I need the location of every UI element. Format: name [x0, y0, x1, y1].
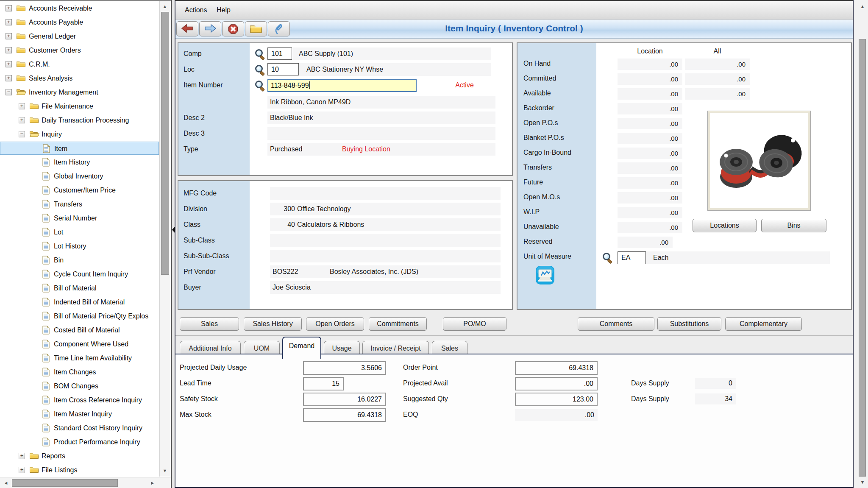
tree-item-label: Accounts Payable — [29, 19, 83, 26]
tree-item-bill-of-material-price-qty-explos[interactable]: Bill of Material Price/Qty Explos — [0, 310, 159, 323]
tree-item-accounts-receivable[interactable]: +Accounts Receivable — [0, 2, 159, 15]
buyer-value: Joe Scioscia — [270, 281, 501, 294]
tree-item-standard-cost-history-inquiry[interactable]: Standard Cost History Inquiry — [0, 421, 159, 435]
document-icon — [42, 424, 50, 434]
projected-daily-usage-field[interactable]: 3.5606 — [303, 361, 386, 375]
tree-item-reports[interactable]: +Reports — [0, 449, 159, 463]
comp-input[interactable] — [267, 47, 292, 60]
tree-horizontal-scrollbar[interactable]: ◄ ► — [0, 477, 171, 488]
order-point-field[interactable]: 69.4318 — [515, 361, 598, 375]
substitutions-button[interactable]: Substitutions — [657, 317, 721, 331]
expand-icon[interactable]: + — [6, 47, 12, 53]
suggested-qty-field[interactable]: 123.00 — [515, 393, 598, 406]
locations-button[interactable]: Locations — [693, 219, 757, 232]
tree-item-costed-bill-of-material[interactable]: Costed Bill of Material — [0, 323, 159, 337]
loc-input[interactable] — [267, 63, 299, 75]
tree-item-label: Item Cross Reference Inquiry — [54, 396, 142, 404]
sales-button[interactable]: Sales — [180, 317, 239, 331]
statistics-chart-icon[interactable] — [535, 265, 555, 287]
scroll-down-icon[interactable]: ▼ — [857, 477, 868, 487]
comments-button[interactable]: Comments — [578, 317, 654, 331]
tree-item-lot[interactable]: Lot — [0, 226, 159, 239]
tree-item-daily-transaction-processing[interactable]: +Daily Transaction Processing — [0, 114, 159, 127]
item-lookup-icon[interactable] — [255, 80, 265, 90]
panel-splitter[interactable] — [171, 0, 175, 488]
tree-item-global-inventory[interactable]: Global Inventory — [0, 170, 159, 183]
menu-actions[interactable]: Actions — [183, 1, 209, 19]
tree-item-bill-of-material[interactable]: Bill of Material — [0, 282, 159, 295]
tree-item-item-changes[interactable]: Item Changes — [0, 365, 159, 379]
tree-item-file-maintenance[interactable]: +File Maintenance — [0, 100, 159, 113]
expand-icon[interactable]: + — [6, 19, 12, 25]
tree-hscroll-thumb[interactable] — [12, 479, 118, 487]
loc-lookup-icon[interactable] — [255, 64, 265, 75]
tree-item-transfers[interactable]: Transfers — [0, 198, 159, 211]
label-column — [178, 43, 250, 175]
tree-item-item-cross-reference-inquiry[interactable]: Item Cross Reference Inquiry — [0, 393, 159, 407]
collapse-icon[interactable]: − — [19, 131, 25, 137]
scroll-down-icon[interactable]: ▼ — [160, 466, 170, 475]
window-vscroll-thumb[interactable] — [859, 39, 866, 477]
tree-item-accounts-payable[interactable]: +Accounts Payable — [0, 16, 159, 29]
expand-icon[interactable]: + — [19, 453, 25, 459]
lead-time-field[interactable]: 15 — [303, 377, 344, 390]
collapse-icon[interactable]: − — [6, 89, 12, 95]
expand-icon[interactable]: + — [19, 103, 25, 109]
safety-stock-field[interactable]: 16.0227 — [303, 393, 386, 406]
open-orders-button[interactable]: Open Orders — [306, 317, 364, 331]
days-supply-value-2: 34 — [695, 393, 736, 404]
scroll-up-icon[interactable]: ▲ — [857, 2, 868, 11]
tree-item-bin[interactable]: Bin — [0, 254, 159, 267]
po-mo-button[interactable]: PO/MO — [443, 317, 506, 331]
expand-icon[interactable]: + — [19, 467, 25, 473]
mfg-code-label: MFG Code — [184, 190, 217, 197]
expand-icon[interactable]: + — [6, 5, 12, 11]
scroll-left-icon[interactable]: ◄ — [1, 478, 11, 488]
tree-item-general-ledger[interactable]: +General Ledger — [0, 30, 159, 43]
tree-item-item-history[interactable]: Item History — [0, 156, 159, 169]
tree-vscroll-thumb[interactable] — [161, 12, 169, 275]
text-caret — [309, 81, 310, 89]
tree-item-bom-changes[interactable]: BOM Changes — [0, 379, 159, 393]
tree-item-file-listings[interactable]: +File Listings — [0, 463, 159, 477]
tree-item-customer-item-price[interactable]: Customer/Item Price — [0, 184, 159, 197]
bins-button[interactable]: Bins — [761, 219, 826, 232]
expand-icon[interactable]: + — [6, 61, 12, 67]
tree-item-serial-number[interactable]: Serial Number — [0, 212, 159, 225]
scroll-up-icon[interactable]: ▲ — [160, 2, 170, 11]
menu-help[interactable]: Help — [215, 1, 232, 19]
complementary-button[interactable]: Complementary — [725, 317, 802, 331]
menu-bar: Actions Help — [175, 1, 853, 20]
sub-sub-class-desc — [295, 250, 501, 262]
tree-item-inventory-management[interactable]: −Inventory Management — [0, 86, 159, 99]
tree-item-item-master-inquiry[interactable]: Item Master Inquiry — [0, 407, 159, 421]
uom-lookup-icon[interactable] — [602, 252, 612, 262]
expand-icon[interactable]: + — [6, 75, 12, 81]
window-vertical-scrollbar[interactable]: ▲ ▼ — [857, 0, 868, 488]
tree-item-sales-analysis[interactable]: +Sales Analysis — [0, 72, 159, 85]
scroll-right-icon[interactable]: ► — [147, 478, 158, 488]
tree-item-customer-orders[interactable]: +Customer Orders — [0, 44, 159, 57]
tree-item-cycle-count-item-inquiry[interactable]: Cycle Count Item Inquiry — [0, 268, 159, 281]
expand-icon[interactable]: + — [6, 33, 12, 39]
tree-item-c-r-m[interactable]: +C.R.M. — [0, 58, 159, 71]
tree-vertical-scrollbar[interactable]: ▲ ▼ — [159, 1, 170, 477]
tree-item-product-performance-inquiry[interactable]: Product Performance Inquiry — [0, 435, 159, 449]
tree-item-inquiry[interactable]: −Inquiry — [0, 128, 159, 141]
sales-history-button[interactable]: Sales History — [244, 317, 302, 331]
tab-demand[interactable]: Demand — [282, 337, 321, 359]
tree-item-lot-history[interactable]: Lot History — [0, 240, 159, 253]
projected-avail-field[interactable]: .00 — [515, 377, 598, 390]
tree-item-item[interactable]: Item — [0, 142, 159, 155]
expand-icon[interactable]: + — [19, 117, 25, 123]
tree-item-component-where-used[interactable]: Component Where Used — [0, 337, 159, 351]
uom-input[interactable] — [618, 251, 646, 264]
location-column-header: Location — [618, 47, 682, 55]
comp-lookup-icon[interactable] — [255, 49, 265, 59]
tree-item-label: Global Inventory — [54, 173, 103, 180]
item-number-input[interactable]: 113-848-599 — [267, 79, 417, 92]
commitments-button[interactable]: Commitments — [369, 317, 427, 331]
max-stock-field[interactable]: 69.4318 — [303, 408, 386, 422]
tree-item-indented-bill-of-material[interactable]: Indented Bill of Material — [0, 296, 159, 309]
tree-item-time-line-item-availability[interactable]: Time Line Item Availability — [0, 351, 159, 365]
